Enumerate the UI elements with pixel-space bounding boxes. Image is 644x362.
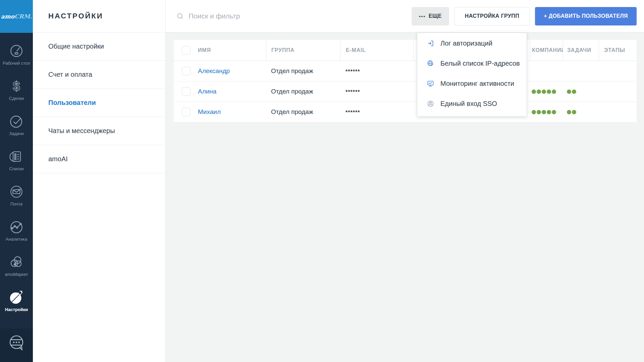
sidebar-item-analytics[interactable]: Аналитика [0,213,33,248]
more-button-label: ЕЩЕ [429,13,442,19]
more-menu: Лог авторизаций Белый список IP-адресов … [417,33,527,117]
logo-amo-text: amo [1,13,14,20]
settings-nav-item-general[interactable]: Общие настройки [33,33,165,61]
settings-nav-item-users[interactable]: Пользователи [33,89,165,117]
settings-nav-item-amoai[interactable]: amoAI [33,145,165,173]
masked-email: ****** [345,110,360,116]
amocrm-logo[interactable]: amoCRM. [0,0,33,33]
chat-icon [8,334,25,351]
monitor-icon [427,80,434,87]
amocrm-app: amoCRM. Рабочий стол $ Сделки [0,0,644,362]
group-settings-button[interactable]: НАСТРОЙКА ГРУПП [454,7,530,25]
header-stages: ЭТАПЫ [599,40,637,61]
sidebar-item-label: Сделки [9,96,24,101]
menu-item-sso[interactable]: Единый вход SSO [417,94,527,114]
sidebar-item-amomarket[interactable]: amoМаркет [0,248,33,283]
select-all-checkbox[interactable] [182,46,191,55]
search-placeholder: Поиск и фильтр [189,12,240,20]
header-email: E-MAIL [340,40,413,61]
page-title: НАСТРОЙКИ [33,0,165,33]
tasks-dots [567,110,576,114]
lists-icon [9,149,24,164]
sidebar-item-label: Списки [9,166,23,171]
menu-item-label: Белый список IP-адресов [440,60,520,67]
ellipsis-icon: ••• [419,14,426,19]
user-group: Отдел продаж [266,61,340,81]
menu-item-label: Мониторинг активности [440,80,514,87]
header-name: ИМЯ [174,40,266,61]
user-name-link[interactable]: Александр [198,67,230,75]
masked-email: ****** [345,89,360,95]
sidebar-item-label: Аналитика [6,237,27,242]
sidebar-item-label: Настройки [5,307,28,312]
row-checkbox[interactable] [182,108,191,116]
header-companies: КОМПАНИИ [530,40,563,61]
user-name-link[interactable]: Алина [198,88,216,95]
sidebar-footer [0,328,33,362]
dashboard-icon [9,43,24,59]
masked-email: ****** [345,69,360,75]
user-group: Отдел продаж [266,81,340,102]
sidebar-item-mail[interactable]: Почта [0,178,33,213]
login-icon [427,40,434,47]
svg-text:$: $ [13,79,20,93]
header-tasks: ЗАДАЧИ [563,40,599,61]
menu-item-label: Единый вход SSO [440,100,497,108]
users-table: ИМЯ ГРУППА E-MAIL КОМПАНИИ ЗАДАЧИ ЭТАПЫ … [174,40,637,122]
header-group: ГРУППА [266,40,340,61]
menu-item-ip-whitelist[interactable]: Белый список IP-адресов [417,53,527,73]
logo-crm-text: CRM. [14,13,32,20]
sidebar-item-tasks[interactable]: Задачи [0,107,33,142]
mail-icon [9,184,24,199]
sidebar-item-label: Почта [10,201,22,206]
settings-nav: НАСТРОЙКИ Общие настройки Счет и оплата … [33,0,166,362]
sidebar-item-lists[interactable]: Списки [0,142,33,178]
globe-icon [427,60,434,67]
table-header: ИМЯ ГРУППА E-MAIL КОМПАНИИ ЗАДАЧИ ЭТАПЫ [174,40,637,61]
settings-icon [9,290,24,305]
header-name-label: ИМЯ [198,47,211,53]
companies-dots [532,89,556,94]
search-input[interactable]: Поиск и фильтр [176,12,412,20]
main-area: Поиск и фильтр ••• ЕЩЕ НАСТРОЙКА ГРУПП +… [166,0,644,362]
sidebar-item-label: amoМаркет [5,272,28,277]
person-circle-icon [427,100,434,108]
sidebar-item-label: Задачи [9,131,24,136]
deals-icon: $ [9,78,24,94]
sidebar-item-deals[interactable]: $ Сделки [0,72,33,107]
main-sidebar: amoCRM. Рабочий стол $ Сделки [0,0,33,362]
amomarket-icon [9,254,24,270]
search-icon [176,12,184,20]
analytics-icon [9,219,24,235]
companies-dots [532,110,556,114]
content-area: ИМЯ ГРУППА E-MAIL КОМПАНИИ ЗАДАЧИ ЭТАПЫ … [166,33,644,362]
support-chat-button[interactable] [8,334,25,351]
user-name-link[interactable]: Михаил [198,108,221,116]
menu-item-label: Лог авторизаций [440,40,492,47]
row-checkbox[interactable] [182,87,191,96]
add-user-button[interactable]: + ДОБАВИТЬ ПОЛЬЗОВАТЕЛЯ [535,7,637,25]
table-row: Алина Отдел продаж ****** [174,81,637,102]
settings-nav-item-billing[interactable]: Счет и оплата [33,61,165,89]
sidebar-item-dashboard[interactable]: Рабочий стол [0,37,33,72]
more-button[interactable]: ••• ЕЩЕ [412,7,449,25]
menu-item-auth-log[interactable]: Лог авторизаций [417,33,527,53]
settings-nav-item-chats[interactable]: Чаты и мессенджеры [33,117,165,145]
sidebar-item-settings[interactable]: Настройки [0,283,33,318]
table-row: Михаил Отдел продаж ****** [174,102,637,122]
user-group: Отдел продаж [266,102,340,122]
tasks-dots [567,89,576,94]
menu-item-activity-monitoring[interactable]: Мониторинг активности [417,73,527,94]
tasks-icon [9,114,24,129]
topbar-buttons: ••• ЕЩЕ НАСТРОЙКА ГРУПП + ДОБАВИТЬ ПОЛЬЗ… [412,7,637,25]
row-checkbox[interactable] [182,67,191,75]
topbar: Поиск и фильтр ••• ЕЩЕ НАСТРОЙКА ГРУПП +… [166,0,644,33]
sidebar-nav: Рабочий стол $ Сделки Задачи [0,33,33,318]
table-row: Александр Отдел продаж ****** [174,61,637,81]
sidebar-item-label: Рабочий стол [3,61,30,66]
